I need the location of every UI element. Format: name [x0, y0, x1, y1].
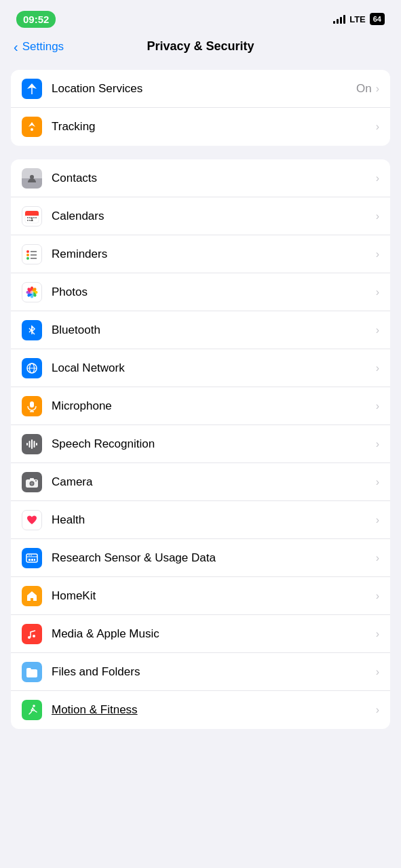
svg-point-12	[29, 220, 31, 221]
svg-point-0	[31, 128, 33, 131]
health-icon	[22, 510, 42, 530]
row-media-apple-music[interactable]: Media & Apple Music ›	[11, 615, 390, 653]
svg-rect-31	[30, 401, 34, 408]
svg-rect-42	[30, 478, 34, 480]
media-apple-music-chevron: ›	[376, 628, 379, 640]
microphone-label: Microphone	[52, 399, 376, 413]
svg-rect-37	[34, 441, 35, 448]
contacts-icon	[22, 168, 42, 189]
svg-rect-47	[31, 559, 33, 561]
svg-point-27	[31, 290, 34, 294]
svg-rect-38	[36, 443, 37, 446]
bluetooth-label: Bluetooth	[52, 323, 376, 337]
calendars-label: Calendars	[52, 210, 376, 223]
photos-chevron: ›	[376, 286, 379, 298]
homekit-chevron: ›	[376, 590, 379, 602]
row-speech-recognition[interactable]: Speech Recognition ›	[11, 425, 390, 463]
svg-point-7	[29, 217, 31, 218]
row-local-network[interactable]: Local Network ›	[11, 349, 390, 387]
bluetooth-chevron: ›	[376, 324, 379, 336]
tracking-chevron: ›	[376, 121, 379, 133]
signal-bar-2	[337, 19, 339, 24]
svg-point-6	[27, 217, 28, 218]
signal-bar-3	[340, 17, 342, 24]
reminders-chevron: ›	[376, 248, 379, 260]
bluetooth-icon	[22, 320, 42, 340]
location-services-icon	[22, 79, 42, 99]
svg-rect-50	[31, 555, 32, 555]
research-sensor-chevron: ›	[376, 552, 379, 564]
local-network-chevron: ›	[376, 362, 379, 374]
location-services-value: On	[356, 82, 372, 96]
svg-point-10	[35, 217, 37, 218]
content-area: Location Services On › Tracking ›	[0, 64, 401, 748]
camera-chevron: ›	[376, 476, 379, 488]
svg-point-11	[27, 220, 28, 221]
media-apple-music-label: Media & Apple Music	[52, 627, 376, 641]
motion-fitness-chevron: ›	[376, 704, 379, 716]
microphone-chevron: ›	[376, 400, 379, 412]
research-sensor-icon	[22, 548, 42, 568]
row-reminders[interactable]: Reminders ›	[11, 235, 390, 273]
reminders-label: Reminders	[52, 248, 376, 261]
row-research-sensor[interactable]: Research Sensor & Usage Data ›	[11, 539, 390, 577]
row-files-and-folders[interactable]: Files and Folders ›	[11, 653, 390, 691]
motion-fitness-icon	[22, 700, 42, 720]
speech-recognition-icon	[22, 434, 42, 454]
row-calendars[interactable]: 1 Calendars ›	[11, 197, 390, 235]
media-apple-music-icon	[22, 624, 42, 644]
speech-recognition-label: Speech Recognition	[52, 437, 376, 451]
contacts-label: Contacts	[52, 172, 376, 185]
svg-rect-46	[28, 559, 31, 561]
calendars-chevron: ›	[376, 210, 379, 222]
status-time: 09:52	[16, 11, 56, 28]
row-contacts[interactable]: Contacts ›	[11, 159, 390, 197]
row-tracking[interactable]: Tracking ›	[11, 108, 390, 146]
local-network-icon	[22, 358, 42, 378]
camera-icon	[22, 472, 42, 492]
health-label: Health	[52, 513, 376, 527]
files-and-folders-label: Files and Folders	[52, 665, 376, 679]
svg-point-51	[28, 636, 31, 639]
row-homekit[interactable]: HomeKit ›	[11, 577, 390, 615]
row-location-services[interactable]: Location Services On ›	[11, 70, 390, 108]
reminders-icon	[22, 244, 42, 264]
back-button[interactable]: ‹ Settings	[14, 40, 64, 54]
svg-point-15	[26, 257, 29, 260]
svg-rect-35	[29, 441, 31, 448]
motion-fitness-label: Motion & Fitness	[52, 703, 376, 717]
photos-label: Photos	[52, 285, 376, 299]
contacts-chevron: ›	[376, 172, 379, 184]
row-camera[interactable]: Camera ›	[11, 463, 390, 501]
camera-label: Camera	[52, 475, 376, 489]
svg-point-43	[35, 480, 37, 481]
files-and-folders-chevron: ›	[376, 666, 379, 678]
status-right: LTE 64	[333, 13, 385, 25]
row-photos[interactable]: Photos ›	[11, 273, 390, 311]
research-sensor-label: Research Sensor & Usage Data	[52, 551, 376, 565]
svg-point-8	[31, 217, 33, 218]
row-bluetooth[interactable]: Bluetooth ›	[11, 311, 390, 349]
row-health[interactable]: Health ›	[11, 501, 390, 539]
svg-point-14	[26, 254, 29, 256]
speech-recognition-chevron: ›	[376, 438, 379, 450]
tracking-label: Tracking	[52, 120, 376, 134]
row-motion-fitness[interactable]: Motion & Fitness ›	[11, 691, 390, 729]
svg-point-13	[26, 250, 29, 253]
location-services-label: Location Services	[52, 82, 356, 96]
svg-point-52	[33, 635, 35, 637]
row-microphone[interactable]: Microphone ›	[11, 387, 390, 425]
svg-rect-34	[26, 443, 28, 446]
page-title: Privacy & Security	[147, 39, 254, 54]
svg-rect-48	[34, 559, 35, 561]
homekit-icon	[22, 586, 42, 606]
svg-rect-44	[26, 554, 37, 562]
svg-point-53	[33, 705, 35, 707]
svg-rect-36	[31, 439, 33, 449]
svg-rect-49	[28, 555, 30, 555]
signal-bar-1	[333, 21, 335, 24]
health-chevron: ›	[376, 514, 379, 526]
back-chevron-icon: ‹	[14, 40, 18, 54]
back-label: Settings	[22, 40, 64, 54]
battery-indicator: 64	[370, 13, 385, 25]
